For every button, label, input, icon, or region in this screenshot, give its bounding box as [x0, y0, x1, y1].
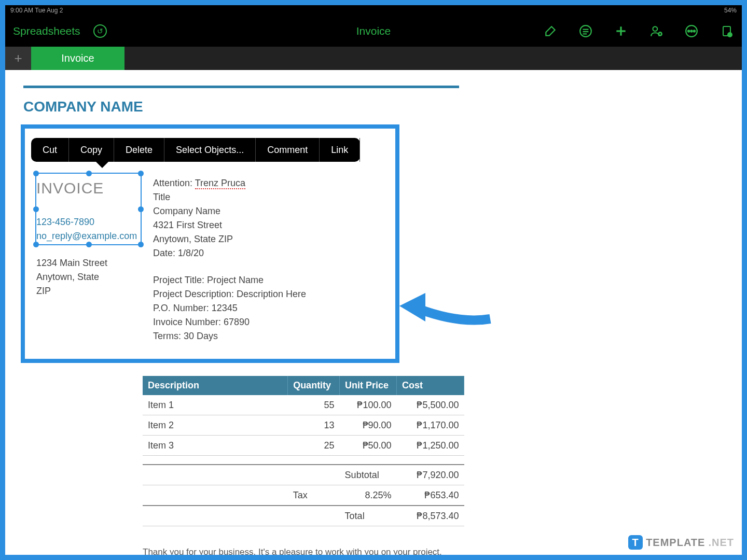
svg-point-11 [688, 30, 689, 32]
annotation-arrow-icon [397, 288, 495, 334]
invoice-right-column: Attention: Trenz Pruca Title Company Nam… [153, 176, 306, 343]
recipient-title: Title [153, 190, 306, 204]
watermark-suffix: .NET [708, 537, 734, 549]
context-select-objects[interactable]: Select Objects... [164, 138, 256, 162]
table-header-row: Description Quantity Unit Price Cost [143, 376, 464, 395]
svg-point-15 [728, 33, 732, 37]
context-link[interactable]: Link [320, 138, 360, 162]
header-unit-price: Unit Price [340, 376, 397, 395]
app-toolbar: Spreadsheets ↺ Invoice [5, 16, 742, 47]
svg-marker-16 [399, 293, 425, 321]
undo-icon[interactable]: ↺ [93, 24, 107, 38]
toolbar-actions [543, 24, 734, 38]
selection-handle[interactable] [33, 242, 39, 247]
context-comment[interactable]: Comment [256, 138, 320, 162]
selection-rectangle[interactable] [35, 173, 142, 245]
table-row[interactable]: Item 155₱100.00₱5,500.00 [143, 395, 464, 415]
selection-handle[interactable] [33, 171, 39, 176]
selection-handle[interactable] [138, 242, 144, 247]
subtotal-row: Subtotal₱7,920.00 [143, 465, 464, 485]
annotation-highlight: Cut Copy Delete Select Objects... Commen… [21, 124, 399, 363]
terms: Terms: 30 Days [153, 329, 306, 343]
address-line-2: Anytown, State [36, 270, 143, 284]
header-cost: Cost [397, 376, 464, 395]
attention-name: Trenz Pruca [195, 178, 245, 189]
watermark: T TEMPLATE.NET [628, 535, 734, 550]
recipient-street: 4321 First Street [153, 218, 306, 232]
format-icon[interactable] [578, 24, 593, 38]
more-icon[interactable] [684, 24, 699, 38]
invoice-number: Invoice Number: 67890 [153, 315, 306, 329]
document-canvas[interactable]: COMPANY NAME Cut Copy Delete Select Obje… [5, 70, 742, 555]
table-row[interactable]: Item 325₱50.00₱1,250.00 [143, 436, 464, 456]
address-line-3: ZIP [36, 284, 143, 298]
add-sheet-button[interactable]: + [5, 47, 31, 70]
address-line-1: 1234 Main Street [36, 256, 143, 270]
attention-label: Attention: [153, 178, 195, 188]
selection-handle[interactable] [138, 171, 144, 176]
project-title: Project Title: Project Name [153, 273, 306, 287]
context-cut[interactable]: Cut [31, 138, 69, 162]
invoice-table[interactable]: Description Quantity Unit Price Cost Ite… [143, 376, 464, 526]
header-rule [23, 86, 459, 88]
status-time: 9:00 AM Tue Aug 2 [10, 7, 63, 14]
status-bar: 9:00 AM Tue Aug 2 54% [5, 5, 742, 16]
tax-row: Tax8.25%₱653.40 [143, 485, 464, 506]
sheet-tab-bar: + Invoice [5, 47, 742, 70]
share-icon[interactable] [649, 24, 663, 38]
svg-point-12 [690, 30, 692, 32]
header-quantity: Quantity [288, 376, 340, 395]
selection-handle[interactable] [33, 206, 39, 212]
context-copy[interactable]: Copy [69, 138, 114, 162]
po-number: P.O. Number: 12345 [153, 301, 306, 315]
svg-point-13 [694, 30, 695, 32]
back-button[interactable]: Spreadsheets [13, 25, 80, 37]
document-title: Invoice [356, 25, 391, 37]
add-icon[interactable] [614, 24, 628, 38]
watermark-badge: T [628, 535, 643, 550]
selection-handle[interactable] [138, 206, 144, 212]
paint-icon[interactable] [543, 24, 558, 38]
status-battery: 54% [724, 7, 737, 14]
context-delete[interactable]: Delete [114, 138, 164, 162]
header-description: Description [143, 376, 288, 395]
table-row [143, 456, 464, 465]
context-menu-tail [96, 162, 108, 168]
total-row: Total₱8,573.40 [143, 506, 464, 526]
document-icon[interactable] [720, 24, 734, 38]
company-name: COMPANY NAME [23, 99, 726, 115]
sheet-tab-invoice[interactable]: Invoice [31, 47, 125, 70]
context-menu: Cut Copy Delete Select Objects... Commen… [31, 138, 360, 162]
recipient-company: Company Name [153, 204, 306, 218]
svg-point-6 [653, 26, 658, 31]
project-description: Project Description: Description Here [153, 287, 306, 301]
selection-handle[interactable] [86, 171, 92, 176]
selection-handle[interactable] [86, 242, 92, 247]
table-row[interactable]: Item 213₱90.00₱1,170.00 [143, 415, 464, 436]
invoice-date: Date: 1/8/20 [153, 246, 306, 260]
recipient-city: Anytown, State ZIP [153, 232, 306, 246]
watermark-brand: TEMPLATE [646, 537, 705, 549]
